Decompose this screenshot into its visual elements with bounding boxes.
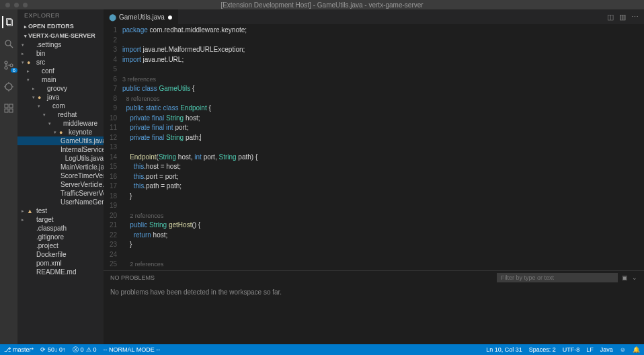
folder-java[interactable]: ▾●java (17, 93, 104, 102)
folder-main[interactable]: ▾main (17, 75, 104, 84)
file-UserNameGenerat...[interactable]: UserNameGenerat... (17, 198, 104, 206)
file-MainVerticle.java[interactable]: MainVerticle.java (17, 163, 104, 171)
svg-point-2 (5, 40, 11, 46)
line-gutter: 1234567891011121314151617181920212223242… (104, 24, 122, 270)
svg-point-6 (10, 64, 13, 67)
problems-filter-input[interactable] (497, 273, 618, 282)
folder-redhat[interactable]: ▾redhat (17, 110, 104, 119)
status-errors[interactable]: ⓧ 0 ⚠ 0 (73, 346, 97, 354)
folder-icon: ▲ (27, 208, 35, 214)
extensions-icon[interactable] (3, 102, 15, 114)
layout-icon[interactable]: ▥ (619, 13, 626, 22)
tab-gameutils[interactable]: ⬤ GameUtils.java ● (104, 9, 178, 24)
svg-point-5 (5, 67, 7, 69)
svg-point-7 (5, 83, 12, 90)
folder-test[interactable]: ▸▲test (17, 206, 104, 215)
window-controls[interactable] (5, 3, 28, 7)
folder-icon: ● (38, 94, 46, 101)
tab-bar: ⬤ GameUtils.java ● ◫ ▥ ⋯ (104, 9, 644, 24)
svg-point-4 (5, 61, 7, 64)
folder-middleware[interactable]: ▾middleware (17, 119, 104, 128)
sidebar: EXPLORER OPEN EDITORS VERTX-GAME-SERVER … (17, 9, 104, 344)
file-TrafficServerVerti...[interactable]: TrafficServerVerti... (17, 189, 104, 198)
scm-icon[interactable] (3, 59, 15, 71)
svg-rect-14 (5, 109, 8, 112)
folder-icon: ● (59, 129, 67, 136)
status-lang[interactable]: Java (600, 346, 613, 353)
status-position[interactable]: Ln 10, Col 31 (486, 346, 522, 353)
status-eol[interactable]: LF (586, 346, 594, 353)
problems-panel: NO PROBLEMS ▣ ⌄ No problems have been de… (104, 270, 644, 344)
sidebar-title: EXPLORER (17, 9, 104, 22)
file-InternalServiceVert...[interactable]: InternalServiceVert... (17, 145, 104, 154)
titlebar: [Extension Development Host] - GameUtils… (0, 0, 644, 9)
close-panel-icon[interactable]: ⌄ (632, 274, 637, 281)
panel-title: NO PROBLEMS (110, 274, 155, 281)
maximize-window[interactable] (23, 3, 28, 7)
split-editor-icon[interactable]: ◫ (607, 13, 614, 22)
folder-com[interactable]: ▾com (17, 102, 104, 110)
folder-icon: ● (27, 59, 35, 66)
file-.gitignore[interactable]: .gitignore (17, 233, 104, 241)
editor-area: ⬤ GameUtils.java ● ◫ ▥ ⋯ 123456789101112… (104, 9, 644, 344)
svg-rect-13 (9, 104, 13, 108)
status-encoding[interactable]: UTF-8 (563, 346, 580, 353)
code-content[interactable]: package com.redhat.middleware.keynote; i… (122, 24, 644, 270)
status-bell-icon[interactable]: 🔔 (633, 346, 640, 353)
svg-line-3 (10, 45, 13, 48)
search-icon[interactable] (3, 38, 15, 50)
folder-groovy[interactable]: ▸groovy (17, 84, 104, 93)
file-GameUtils.java[interactable]: GameUtils.java (17, 136, 104, 145)
folder-keynote[interactable]: ▾●keynote (17, 128, 104, 136)
status-bar: ⎇ master* ⟳ 50↓ 0↑ ⓧ 0 ⚠ 0 -- NORMAL MOD… (0, 344, 644, 355)
folder-bin[interactable]: ▸bin (17, 49, 104, 58)
open-editors-section[interactable]: OPEN EDITORS (17, 22, 104, 31)
status-feedback[interactable]: ☺ (620, 346, 626, 353)
file-tree: ▾.settings▸bin▾●src▸conf▾main▸groovy▾●ja… (17, 40, 104, 344)
status-sync[interactable]: ⟳ 50↓ 0↑ (40, 346, 66, 353)
folder-.settings[interactable]: ▾.settings (17, 40, 104, 49)
file-pom.xml[interactable]: pom.xml (17, 259, 104, 268)
window-title: [Extension Development Host] - GameUtils… (220, 1, 423, 9)
folder-target[interactable]: ▸target (17, 215, 104, 224)
minimize-window[interactable] (14, 3, 19, 7)
folder-conf[interactable]: ▸conf (17, 67, 104, 75)
file-.classpath[interactable]: .classpath (17, 224, 104, 233)
file-ScoreTimerVerticl...[interactable]: ScoreTimerVerticl... (17, 171, 104, 180)
close-window[interactable] (5, 3, 10, 7)
status-branch[interactable]: ⎇ master* (4, 346, 34, 353)
explorer-icon[interactable] (2, 16, 14, 28)
tab-label: GameUtils.java (119, 13, 165, 21)
svg-rect-15 (9, 109, 13, 112)
folder-src[interactable]: ▾●src (17, 58, 104, 67)
collapse-icon[interactable]: ▣ (622, 274, 628, 281)
svg-rect-12 (5, 104, 8, 108)
project-section[interactable]: VERTX-GAME-SERVER (17, 31, 104, 40)
more-icon[interactable]: ⋯ (631, 13, 639, 22)
file-.project[interactable]: .project (17, 241, 104, 250)
file-ServerVerticle.java[interactable]: ServerVerticle.java (17, 180, 104, 189)
status-spaces[interactable]: Spaces: 2 (529, 346, 556, 353)
file-java-icon: ⬤ (109, 13, 116, 21)
activity-bar (0, 9, 17, 344)
file-LogUtils.java[interactable]: LogUtils.java (17, 154, 104, 163)
debug-icon[interactable] (3, 81, 15, 93)
status-mode: -- NORMAL MODE -- (104, 346, 161, 353)
dirty-dot-icon: ● (167, 14, 173, 19)
file-Dockerfile[interactable]: Dockerfile (17, 250, 104, 259)
code-editor[interactable]: 1234567891011121314151617181920212223242… (104, 24, 644, 270)
file-README.md[interactable]: README.md (17, 268, 104, 276)
problems-message: No problems have been detected in the wo… (104, 284, 644, 300)
